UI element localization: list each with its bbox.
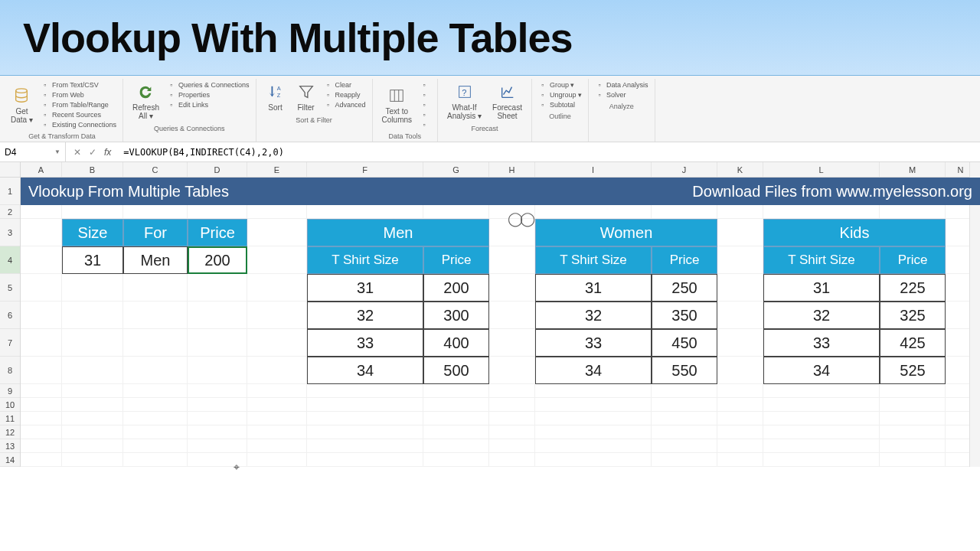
column-header[interactable]: L xyxy=(763,162,880,177)
cell[interactable] xyxy=(21,384,62,398)
table-cell[interactable]: 34 xyxy=(535,357,652,384)
cell[interactable] xyxy=(423,425,489,439)
cell[interactable] xyxy=(62,205,123,219)
table-header[interactable]: T Shirt Size xyxy=(763,246,880,274)
cell[interactable] xyxy=(489,329,535,357)
table-cell[interactable]: 33 xyxy=(763,329,880,357)
cell[interactable] xyxy=(535,205,652,219)
cell[interactable] xyxy=(535,439,652,453)
table-title[interactable]: Women xyxy=(535,219,717,246)
cell[interactable] xyxy=(62,329,123,357)
table-cell[interactable]: 200 xyxy=(423,274,489,302)
cell[interactable] xyxy=(123,398,188,412)
cell[interactable] xyxy=(717,329,763,357)
cell[interactable] xyxy=(489,302,535,329)
cell[interactable] xyxy=(489,412,535,425)
cell[interactable] xyxy=(652,439,717,453)
cell[interactable] xyxy=(423,453,489,467)
ribbon-small-button[interactable]: ▫Subtotal xyxy=(538,100,582,109)
ribbon-small-button[interactable]: ▫Recent Sources xyxy=(41,110,116,119)
cell[interactable] xyxy=(423,384,489,398)
cell[interactable] xyxy=(123,439,188,453)
cell[interactable] xyxy=(188,357,247,384)
cell[interactable] xyxy=(21,425,62,439)
column-header[interactable]: D xyxy=(188,162,247,177)
cell[interactable] xyxy=(247,302,307,329)
ribbon-small-button[interactable]: ▫From Text/CSV xyxy=(41,80,116,90)
column-header[interactable]: I xyxy=(535,162,652,177)
cell[interactable] xyxy=(717,246,763,274)
cell[interactable] xyxy=(307,439,423,453)
ribbon-small-button[interactable]: ▫Group ▾ xyxy=(538,80,582,90)
table-cell[interactable]: 33 xyxy=(535,329,652,357)
fx-icon[interactable]: fx xyxy=(104,147,111,158)
cell[interactable] xyxy=(423,439,489,453)
cell[interactable] xyxy=(717,453,763,467)
cell[interactable] xyxy=(247,274,307,302)
table-title[interactable]: Kids xyxy=(763,219,946,246)
cell[interactable] xyxy=(763,205,880,219)
ribbon-small-button[interactable]: ▫ xyxy=(420,120,431,129)
name-box[interactable]: D4 ▼ xyxy=(0,142,66,161)
row-header[interactable]: 8 xyxy=(0,357,20,384)
cell[interactable] xyxy=(880,439,946,453)
cell[interactable] xyxy=(489,439,535,453)
ribbon-small-button[interactable]: ▫Ungroup ▾ xyxy=(538,90,582,99)
cell[interactable] xyxy=(62,274,123,302)
row-header[interactable]: 7 xyxy=(0,329,20,357)
cell[interactable] xyxy=(247,398,307,412)
column-header[interactable]: K xyxy=(717,162,763,177)
cell[interactable] xyxy=(307,453,423,467)
cell[interactable] xyxy=(188,425,247,439)
table-title[interactable]: Men xyxy=(307,219,489,246)
cell[interactable] xyxy=(307,384,423,398)
cell[interactable] xyxy=(763,398,880,412)
cell[interactable] xyxy=(489,398,535,412)
formula-input[interactable]: =VLOOKUP(B4,INDIRECT(C4),2,0) xyxy=(119,147,980,158)
cell[interactable] xyxy=(21,357,62,384)
cell[interactable] xyxy=(880,205,946,219)
ribbon-small-button[interactable]: ▫Advanced xyxy=(324,100,366,109)
table-header[interactable]: Price xyxy=(880,246,946,274)
column-header[interactable]: G xyxy=(423,162,489,177)
cell[interactable] xyxy=(880,425,946,439)
ribbon-button[interactable]: Get Data ▾ xyxy=(8,80,36,129)
cell[interactable] xyxy=(763,425,880,439)
cell[interactable] xyxy=(247,219,307,246)
cell[interactable] xyxy=(62,384,123,398)
enter-formula-icon[interactable]: ✓ xyxy=(89,147,96,158)
ribbon-small-button[interactable]: ▫ xyxy=(420,90,431,99)
cell[interactable] xyxy=(423,205,489,219)
cell[interactable] xyxy=(123,274,188,302)
cell[interactable] xyxy=(21,219,62,246)
cell[interactable] xyxy=(247,205,307,219)
cell[interactable] xyxy=(489,384,535,398)
row-header[interactable]: 10 xyxy=(0,398,20,412)
table-header[interactable]: Price xyxy=(652,246,717,274)
table-cell[interactable]: 225 xyxy=(880,274,946,302)
row-header[interactable]: 6 xyxy=(0,302,20,329)
cell[interactable] xyxy=(717,357,763,384)
table-cell[interactable]: 250 xyxy=(652,274,717,302)
table-cell[interactable]: 32 xyxy=(535,302,652,329)
ribbon-small-button[interactable]: ▫Clear xyxy=(324,80,366,90)
row-header[interactable]: 9 xyxy=(0,384,20,398)
lookup-value[interactable]: Men xyxy=(123,246,188,274)
cell[interactable] xyxy=(21,412,62,425)
cell[interactable] xyxy=(123,412,188,425)
cell[interactable] xyxy=(188,329,247,357)
row-header[interactable]: 1 xyxy=(0,178,20,205)
table-cell[interactable]: 31 xyxy=(763,274,880,302)
ribbon-button[interactable]: AZSort xyxy=(263,80,289,113)
ribbon-button[interactable]: Forecast Sheet xyxy=(489,80,525,122)
lookup-header[interactable]: Price xyxy=(188,219,247,246)
cell[interactable] xyxy=(307,425,423,439)
cell[interactable] xyxy=(489,357,535,384)
column-header[interactable]: B xyxy=(62,162,123,177)
cell[interactable] xyxy=(21,274,62,302)
cell[interactable] xyxy=(62,398,123,412)
cell[interactable] xyxy=(188,439,247,453)
cell[interactable] xyxy=(652,384,717,398)
cell[interactable] xyxy=(489,274,535,302)
cell[interactable] xyxy=(307,398,423,412)
